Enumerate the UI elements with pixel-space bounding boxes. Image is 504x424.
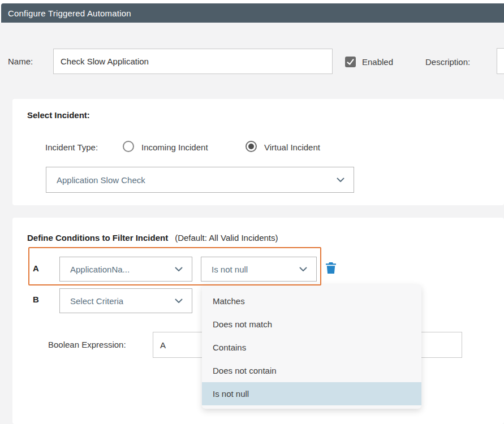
menu-item-is-not-null[interactable]: Is not null xyxy=(202,382,421,405)
define-conditions-title: Define Conditions to Filter Incident(Def… xyxy=(27,233,278,243)
select-incident-title: Select Incident: xyxy=(27,110,90,120)
radio-incoming-incident[interactable] xyxy=(123,141,134,152)
condition-a-operator-value: Is not null xyxy=(212,265,248,274)
condition-b-criteria-value: Select Criteria xyxy=(70,296,123,306)
configure-triggered-automation-dialog: Configure Triggered Automation Name: Ena… xyxy=(0,0,504,424)
trash-icon[interactable] xyxy=(324,261,338,275)
condition-a-operator-dropdown[interactable]: Is not null xyxy=(201,257,317,282)
menu-item-matches[interactable]: Matches xyxy=(202,289,421,313)
dialog-title: Configure Triggered Automation xyxy=(8,8,131,18)
name-label: Name: xyxy=(8,57,33,66)
define-conditions-title-bold: Define Conditions to Filter Incident xyxy=(27,233,168,243)
chevron-down-icon xyxy=(299,267,307,272)
virtual-incident-dropdown[interactable]: Application Slow Check xyxy=(46,167,354,193)
enabled-label: Enabled xyxy=(362,57,393,67)
chevron-down-icon xyxy=(337,178,344,183)
enabled-checkbox[interactable] xyxy=(345,57,356,67)
define-conditions-title-note: (Default: All Valid Incidents) xyxy=(175,233,278,243)
menu-item-does-not-match[interactable]: Does not match xyxy=(202,313,421,336)
radio-virtual-incident-label[interactable]: Virtual Incident xyxy=(264,142,320,152)
condition-a-criteria-value: ApplicationNa... xyxy=(70,265,130,274)
condition-row-a-letter: A xyxy=(33,263,39,273)
radio-virtual-incident[interactable] xyxy=(245,141,257,152)
operator-dropdown-menu: Matches Does not match Contains Does not… xyxy=(202,284,421,409)
checkmark-icon xyxy=(346,58,355,66)
radio-incoming-incident-label[interactable]: Incoming Incident xyxy=(141,142,208,152)
boolean-expression-label: Boolean Expression: xyxy=(48,340,126,349)
virtual-incident-dropdown-value: Application Slow Check xyxy=(57,175,145,185)
dialog-titlebar: Configure Triggered Automation xyxy=(1,3,504,23)
incident-type-label: Incident Type: xyxy=(45,142,98,152)
name-input[interactable] xyxy=(53,49,333,74)
condition-a-criteria-dropdown[interactable]: ApplicationNa... xyxy=(59,257,192,282)
condition-row-b-letter: B xyxy=(33,295,39,304)
chevron-down-icon xyxy=(175,267,183,272)
chevron-down-icon xyxy=(175,298,183,304)
menu-item-contains[interactable]: Contains xyxy=(202,336,421,359)
select-incident-panel: Select Incident: Incident Type: Incoming… xyxy=(12,99,504,205)
menu-item-does-not-contain[interactable]: Does not contain xyxy=(202,359,421,382)
description-label: Description: xyxy=(425,57,470,67)
description-input[interactable] xyxy=(497,48,504,74)
condition-b-criteria-dropdown[interactable]: Select Criteria xyxy=(59,288,192,313)
